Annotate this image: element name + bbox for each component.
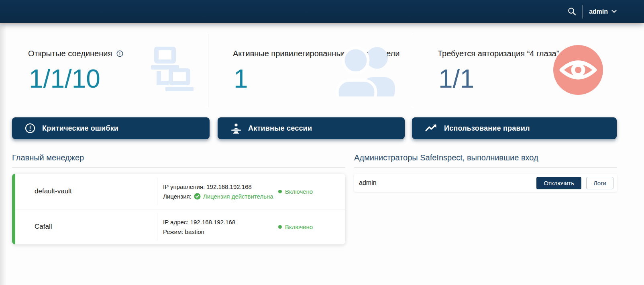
- stat-title-text: Открытые соединения: [28, 49, 112, 58]
- column-divider: [157, 178, 157, 205]
- stat-value-four-eyes: 1/1: [438, 60, 474, 98]
- search-icon[interactable]: [567, 7, 577, 16]
- manager-row-cafall[interactable]: Cafall IP адрес: 192.168.192.168 Режим: …: [15, 209, 345, 244]
- detail-mode: Режим: bastion: [163, 228, 235, 235]
- admin-row: admin Отключить Логи: [354, 174, 617, 192]
- status-dot-icon: [278, 190, 282, 193]
- active-sessions-button[interactable]: Активные сессии: [218, 117, 405, 139]
- manager-row-default-vault[interactable]: default-vault IP управления: 192.168.192…: [15, 174, 345, 209]
- license-status-text: Лицензия действительна: [203, 193, 273, 200]
- users-group-icon: [332, 43, 395, 98]
- section-divider: [12, 167, 345, 168]
- header-divider: [583, 5, 583, 18]
- stat-value-privileged-users: 1: [234, 60, 248, 98]
- column-divider: [157, 213, 157, 240]
- user-name: admin: [589, 8, 608, 15]
- button-label: Критические ошибки: [42, 124, 118, 133]
- top-header: admin: [0, 0, 644, 23]
- left-edge-shadow: [0, 23, 6, 285]
- admins-section-title: Администраторы SafeInspect, выполнившие …: [354, 153, 538, 162]
- network-computers-icon: [143, 44, 194, 96]
- stat-divider: [208, 34, 208, 107]
- rules-usage-button[interactable]: Использование правил: [412, 117, 617, 139]
- stat-divider: [413, 34, 413, 107]
- license-check-icon: [194, 193, 201, 200]
- button-label: Активные сессии: [248, 124, 312, 133]
- manager-details: IP адрес: 192.168.192.168 Режим: bastion: [163, 209, 235, 244]
- status-green-bar: [12, 174, 15, 244]
- session-person-icon: [230, 123, 241, 134]
- dashboard-page: admin Открытые соединения 1/1/10: [0, 0, 644, 285]
- stat-title: Открытые соединения: [28, 49, 123, 58]
- license-label: Лицензия:: [163, 193, 192, 200]
- manager-card: default-vault IP управления: 192.168.192…: [12, 174, 345, 244]
- manager-section-title: Главный менеджер: [12, 153, 84, 162]
- stat-title: Требуется авторизация “4 глаза”: [438, 49, 559, 58]
- button-label: Использование правил: [444, 124, 530, 133]
- manager-name: Cafall: [35, 209, 52, 244]
- critical-errors-button[interactable]: Критические ошибки: [12, 117, 210, 139]
- status-text: Включено: [285, 223, 313, 230]
- stat-card-privileged-users: Активные привилегированные пользователи …: [217, 33, 413, 107]
- status-badge: Включено: [278, 209, 313, 244]
- stat-value-open-connections: 1/1/10: [29, 60, 100, 98]
- detail-ip: IP управления: 192.168.192.168: [163, 183, 273, 190]
- stat-card-open-connections: Открытые соединения 1/1/10: [12, 33, 208, 107]
- status-text: Включено: [285, 188, 313, 195]
- disconnect-button[interactable]: Отключить: [536, 177, 581, 189]
- stat-title-text: Требуется авторизация “4 глаза”: [438, 49, 559, 58]
- info-icon[interactable]: [116, 50, 123, 57]
- status-dot-icon: [278, 225, 282, 229]
- manager-name: default-vault: [35, 174, 72, 209]
- eye-icon: [553, 45, 603, 96]
- status-badge: Включено: [278, 174, 313, 209]
- alert-circle-icon: [25, 123, 35, 133]
- detail-license: Лицензия: Лицензия действительна: [163, 193, 273, 200]
- admin-name: admin: [359, 179, 377, 187]
- logs-button[interactable]: Логи: [586, 177, 613, 189]
- manager-details: IP управления: 192.168.192.168 Лицензия:…: [163, 174, 273, 209]
- chevron-down-icon: [611, 10, 617, 13]
- stat-card-four-eyes: Требуется авторизация “4 глаза” 1/1: [422, 33, 630, 107]
- user-menu[interactable]: admin: [589, 8, 617, 15]
- header-actions: admin: [567, 0, 617, 23]
- section-divider: [354, 167, 617, 168]
- detail-ip: IP адрес: 192.168.192.168: [163, 219, 235, 226]
- trending-line-icon: [425, 124, 437, 133]
